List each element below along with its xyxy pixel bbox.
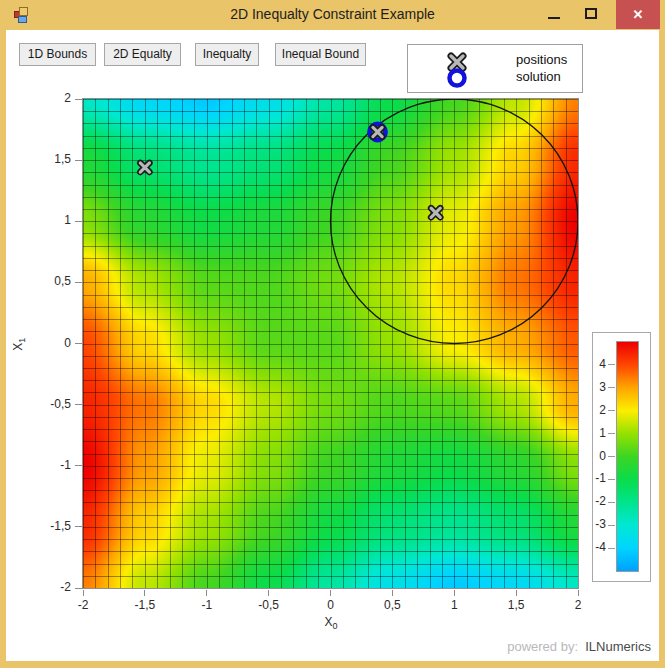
colorbar-tick-label: 1: [580, 426, 606, 440]
y-tick-mark: [75, 526, 82, 527]
x-tick-mark: [268, 590, 269, 596]
x-tick-label: 1,5: [494, 598, 538, 612]
solution-marker-icon: [450, 71, 465, 86]
colorbar-tick-mark: [608, 502, 615, 503]
y-axis-title: X1: [11, 329, 27, 359]
button-inequalty[interactable]: Inequalty: [195, 43, 259, 66]
colorbar-tick-mark: [608, 456, 615, 457]
x-tick-mark: [516, 590, 517, 596]
colorbar-tick-label: 0: [580, 449, 606, 463]
x-tick-label: -1: [185, 598, 229, 612]
positions-marker-icon: [451, 56, 463, 68]
x-tick-mark: [83, 590, 84, 596]
x-tick-mark: [206, 590, 207, 596]
y-tick-label: -1,5: [38, 519, 71, 533]
x-tick-label: -0,5: [247, 598, 291, 612]
button-inequal-bound[interactable]: Inequal Bound: [275, 43, 366, 66]
colorbar-tick-label: -2: [580, 494, 606, 508]
colorbar-tick-label: 2: [580, 403, 606, 417]
x-tick-label: 2: [556, 598, 600, 612]
y-tick-mark: [75, 282, 82, 283]
x-tick-label: 0,5: [370, 598, 414, 612]
colorbar-tick-mark: [608, 548, 615, 549]
app-window: 2D Inequalty Constraint Example ✕ 1D Bou…: [0, 0, 665, 668]
y-tick-label: -2: [38, 580, 71, 594]
y-tick-mark: [75, 588, 82, 589]
x-tick-mark: [144, 590, 145, 596]
powered-by: powered by: ILNumerics: [420, 639, 651, 654]
colorbar-tick-mark: [608, 433, 615, 434]
colorbar-tick-label: -4: [580, 540, 606, 554]
y-tick-label: 1,5: [38, 152, 71, 166]
legend: positions solution: [407, 44, 583, 93]
button-1d-bounds[interactable]: 1D Bounds: [19, 43, 96, 66]
title-bar[interactable]: 2D Inequalty Constraint Example ✕: [0, 0, 665, 30]
y-tick-label: 0: [38, 336, 71, 350]
minimize-icon: [548, 17, 560, 19]
y-tick-label: -1: [38, 458, 71, 472]
y-tick-mark: [75, 99, 82, 100]
legend-label-positions: positions: [516, 52, 567, 67]
x-tick-mark: [330, 590, 331, 596]
x-tick-label: 1: [432, 598, 476, 612]
colorbar-gradient: [616, 341, 639, 572]
x-tick-mark: [578, 590, 579, 596]
x-tick-mark: [392, 590, 393, 596]
colorbar-tick-mark: [608, 364, 615, 365]
colorbar-tick-mark: [608, 525, 615, 526]
colorbar-tick-mark: [608, 479, 615, 480]
plot-area[interactable]: [82, 98, 579, 589]
button-2d-equalty[interactable]: 2D Equalty: [104, 43, 181, 66]
minimize-button[interactable]: [540, 0, 568, 29]
maximize-button[interactable]: [576, 0, 606, 29]
powered-by-prefix: powered by:: [507, 639, 578, 654]
y-tick-label: 2: [38, 91, 71, 105]
x-tick-label: -2: [61, 598, 105, 612]
colorbar-tick-label: -1: [580, 471, 606, 485]
y-tick-mark: [75, 160, 82, 161]
y-tick-mark: [75, 404, 82, 405]
x-axis-title: X0: [315, 615, 347, 631]
colorbar-tick-label: 4: [580, 357, 606, 371]
colorbar-tick-mark: [608, 410, 615, 411]
x-tick-label: -1,5: [123, 598, 167, 612]
close-button[interactable]: ✕: [616, 0, 660, 29]
colorbar-tick-label: -3: [580, 517, 606, 531]
powered-by-brand: ILNumerics: [582, 639, 651, 654]
close-icon: ✕: [633, 7, 644, 22]
y-tick-label: 1: [38, 213, 71, 227]
colorbar-tick-mark: [608, 387, 615, 388]
x-tick-mark: [454, 590, 455, 596]
x-tick-label: 0: [309, 598, 353, 612]
maximize-icon: [585, 8, 597, 19]
heatmap-canvas[interactable]: [83, 99, 578, 588]
legend-label-solution: solution: [516, 69, 561, 84]
y-tick-label: 0,5: [38, 274, 71, 288]
y-tick-label: -0,5: [38, 397, 71, 411]
y-tick-mark: [75, 221, 82, 222]
y-tick-mark: [75, 343, 82, 344]
colorbar-tick-label: 3: [580, 380, 606, 394]
y-tick-mark: [75, 465, 82, 466]
